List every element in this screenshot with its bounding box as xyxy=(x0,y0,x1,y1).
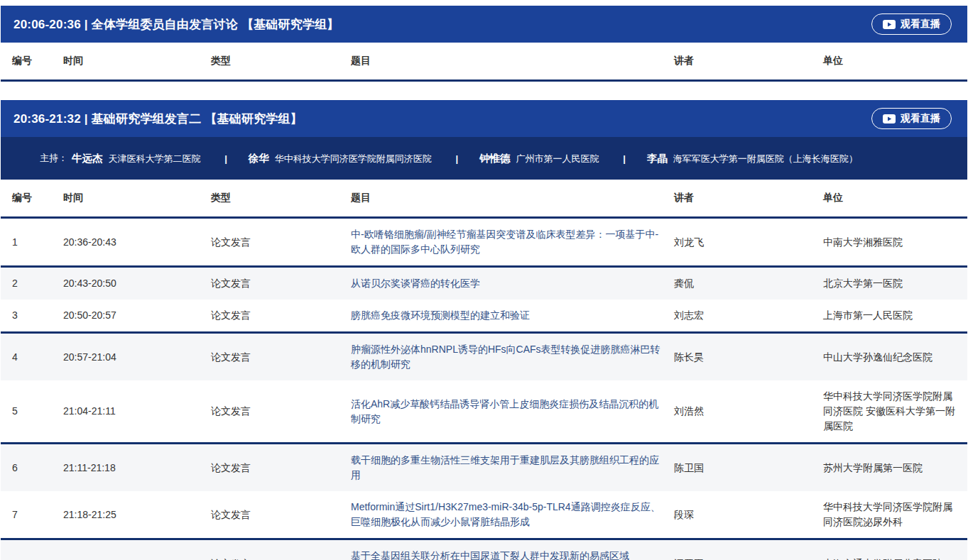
moderator-separator: | xyxy=(455,153,458,164)
row-type: 论文发言 xyxy=(211,444,351,492)
table-row: 7 21:18-21:25 论文发言 Metformin通过Sirt1/H3K2… xyxy=(1,491,967,539)
row-type: 论文发言 xyxy=(211,267,351,300)
table-row: 6 21:11-21:18 论文发言 载干细胞的多重生物活性三维支架用于重建肌层… xyxy=(1,444,967,492)
session-section-2: 20:36-21:32 | 基础研究学组发言二 【基础研究学组】 观看直播 主持… xyxy=(1,100,967,560)
row-number: 8 xyxy=(1,539,63,560)
row-unit: 华中科技大学同济医学院附属同济医院 安徽医科大学第一附属医院 xyxy=(823,380,967,444)
moderator-name: 钟惟德 xyxy=(479,153,511,164)
moderator-affiliation: 华中科技大学同济医学院附属同济医院 xyxy=(275,153,432,164)
row-title: 从诺贝尔奖谈肾癌的转化医学 xyxy=(351,267,674,300)
play-icon xyxy=(883,20,896,29)
moderator-name: 牛远杰 xyxy=(72,153,103,164)
play-icon xyxy=(883,114,896,123)
moderator-item: |牛远杰天津医科大学第二医院 xyxy=(72,153,201,164)
row-number: 5 xyxy=(1,380,63,444)
table-header-row: 编号 时间 类型 题目 讲者 单位 xyxy=(1,180,967,218)
row-title: 基于全基因组关联分析在中国尿道下裂人群中发现新的易感区域12q13.13 xyxy=(351,539,674,560)
row-speaker: 汪亚平 xyxy=(674,539,823,560)
row-speaker: 段琛 xyxy=(674,491,823,539)
moderators-list: |牛远杰天津医科大学第二医院 |徐华华中科技大学同济医学院附属同济医院 |钟惟德… xyxy=(72,152,858,165)
moderator-separator: | xyxy=(224,153,227,164)
moderator-affiliation: 海军军医大学第一附属医院（上海长海医院） xyxy=(673,153,858,164)
row-speaker: 刘志宏 xyxy=(674,300,823,333)
row-type: 论文发言 xyxy=(211,491,351,539)
row-time: 21:11-21:18 xyxy=(63,444,211,492)
moderators-label: 主持： xyxy=(40,152,67,165)
row-unit: 中南大学湘雅医院 xyxy=(823,218,967,267)
table-row: 1 20:36-20:43 论文发言 中-欧嗜铬细胞瘤/副神经节瘤基因突变谱及临… xyxy=(1,218,967,267)
watch-live-button[interactable]: 观看直播 xyxy=(871,13,952,35)
moderator-separator: | xyxy=(623,153,626,164)
column-header-unit: 单位 xyxy=(823,180,967,218)
session-title: 20:36-21:32 | 基础研究学组发言二 【基础研究学组】 xyxy=(13,111,303,127)
column-header-type: 类型 xyxy=(211,180,351,218)
column-header-title: 题目 xyxy=(351,43,674,81)
table-row: 4 20:57-21:04 论文发言 肿瘤源性外泌体hnRNPL诱导的HFs向C… xyxy=(1,333,967,381)
row-type: 论文发言 xyxy=(211,300,351,333)
column-header-time: 时间 xyxy=(63,180,211,218)
row-unit: 上海市第一人民医院 xyxy=(823,300,967,333)
moderator-affiliation: 广州市第一人民医院 xyxy=(516,153,599,164)
row-title: 载干细胞的多重生物活性三维支架用于重建肌层及其膀胱组织工程的应用 xyxy=(351,444,674,492)
column-header-type: 类型 xyxy=(211,43,351,81)
row-speaker: 刘浩然 xyxy=(674,380,823,444)
moderator-name: 李晶 xyxy=(647,153,668,164)
row-unit: 北京大学第一医院 xyxy=(823,267,967,300)
row-time: 21:25-21:32 xyxy=(63,539,211,560)
session-table-2: 编号 时间 类型 题目 讲者 单位 1 20:36-20:43 论文发言 中-欧… xyxy=(1,180,967,560)
row-title: 活化AhR减少草酸钙结晶诱导肾小管上皮细胞炎症损伤及结晶沉积的机制研究 xyxy=(351,380,674,444)
row-title: 中-欧嗜铬细胞瘤/副神经节瘤基因突变谱及临床表型差异：一项基于中-欧人群的国际多… xyxy=(351,218,674,267)
row-speaker: 龚侃 xyxy=(674,267,823,300)
table-header-row: 编号 时间 类型 题目 讲者 单位 xyxy=(1,43,967,81)
moderators-bar: 主持： |牛远杰天津医科大学第二医院 |徐华华中科技大学同济医学院附属同济医院 … xyxy=(1,137,967,180)
conference-schedule-page: 20:06-20:36 | 全体学组委员自由发言讨论 【基础研究学组】 观看直播… xyxy=(1,6,967,560)
session-table-1: 编号 时间 类型 题目 讲者 单位 xyxy=(1,43,967,82)
row-title: 肿瘤源性外泌体hnRNPL诱导的HFs向CAFs表型转换促进膀胱癌淋巴转移的机制… xyxy=(351,333,674,381)
table-row: 3 20:50-20:57 论文发言 膀胱癌免疫微环境预测模型的建立和验证 刘志… xyxy=(1,300,967,333)
table-body-2: 1 20:36-20:43 论文发言 中-欧嗜铬细胞瘤/副神经节瘤基因突变谱及临… xyxy=(1,218,967,560)
column-header-title: 题目 xyxy=(351,180,674,218)
row-time: 20:57-21:04 xyxy=(63,333,211,381)
watch-live-label: 观看直播 xyxy=(901,18,940,31)
row-time: 20:36-20:43 xyxy=(63,218,211,267)
row-title: 膀胱癌免疫微环境预测模型的建立和验证 xyxy=(351,300,674,333)
row-unit: 上海交通大学附属儿童医院 xyxy=(823,539,967,560)
moderator-item: |徐华华中科技大学同济医学院附属同济医院 xyxy=(203,153,432,164)
column-header-unit: 单位 xyxy=(823,43,967,81)
row-number: 7 xyxy=(1,491,63,539)
moderator-affiliation: 天津医科大学第二医院 xyxy=(109,153,201,164)
row-number: 2 xyxy=(1,267,63,300)
watch-live-label: 观看直播 xyxy=(901,112,940,125)
column-header-number: 编号 xyxy=(1,43,63,81)
row-unit: 中山大学孙逸仙纪念医院 xyxy=(823,333,967,381)
moderator-item: |钟惟德广州市第一人民医院 xyxy=(434,153,599,164)
row-time: 21:04-21:11 xyxy=(63,380,211,444)
row-title: Metformin通过Sirt1/H3K27me3-miR-34b-5p-TLR… xyxy=(351,491,674,539)
column-header-time: 时间 xyxy=(63,43,211,81)
moderator-name: 徐华 xyxy=(249,153,269,164)
row-time: 20:50-20:57 xyxy=(63,300,211,333)
column-header-speaker: 讲者 xyxy=(674,180,823,218)
row-speaker: 陈卫国 xyxy=(674,444,823,492)
row-number: 6 xyxy=(1,444,63,492)
row-type: 论文发言 xyxy=(211,380,351,444)
watch-live-button[interactable]: 观看直播 xyxy=(871,108,952,129)
column-header-speaker: 讲者 xyxy=(674,43,823,81)
table-row: 5 21:04-21:11 论文发言 活化AhR减少草酸钙结晶诱导肾小管上皮细胞… xyxy=(1,380,967,444)
row-speaker: 刘龙飞 xyxy=(674,218,823,267)
table-row: 8 21:25-21:32 论文发言 基于全基因组关联分析在中国尿道下裂人群中发… xyxy=(1,539,967,560)
session-header-bar: 20:36-21:32 | 基础研究学组发言二 【基础研究学组】 观看直播 xyxy=(1,100,967,137)
session-header-bar: 20:06-20:36 | 全体学组委员自由发言讨论 【基础研究学组】 观看直播 xyxy=(1,6,967,43)
row-unit: 华中科技大学同济医学院附属同济医院泌尿外科 xyxy=(823,491,967,539)
row-type: 论文发言 xyxy=(211,333,351,381)
row-number: 4 xyxy=(1,333,63,381)
row-unit: 苏州大学附属第一医院 xyxy=(823,444,967,492)
row-type: 论文发言 xyxy=(211,539,351,560)
row-number: 3 xyxy=(1,300,63,333)
row-number: 1 xyxy=(1,218,63,267)
row-speaker: 陈长昊 xyxy=(674,333,823,381)
row-time: 20:43-20:50 xyxy=(63,267,211,300)
session-title: 20:06-20:36 | 全体学组委员自由发言讨论 【基础研究学组】 xyxy=(13,16,339,33)
column-header-number: 编号 xyxy=(1,180,63,218)
section-gap xyxy=(1,82,967,100)
